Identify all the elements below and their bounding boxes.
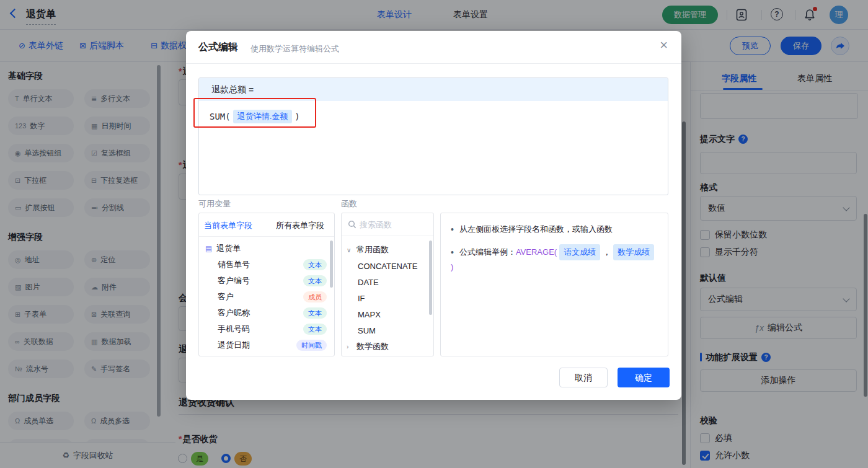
app-window: 退货单 表单设计 表单设置 数据管理 ? 理 ⊘表单外链 ⊠后端脚本 ⊟数据权限… — [0, 0, 868, 468]
type-badge: 文本 — [303, 275, 327, 286]
example-field-chip: 数学成绩 — [613, 244, 654, 260]
form-icon: ▤ — [205, 244, 212, 253]
divider — [186, 63, 681, 64]
bullet-icon: • — [451, 223, 454, 236]
equals-sign: = — [249, 85, 254, 95]
formula-function: SUM( — [210, 112, 231, 121]
modal-subtitle: 使用数学运算符编辑公式 — [250, 43, 339, 55]
function-item[interactable]: DATE — [342, 274, 433, 290]
example-field-chip: 语文成绩 — [559, 244, 600, 260]
tips-panel: •从左侧面板选择字段名和函数，或输入函数 • 公式编辑举例： AVERAGE( … — [440, 213, 668, 356]
functions-caption: 函数 — [341, 198, 357, 210]
formula-target: 退款总额 — [211, 84, 246, 95]
type-badge: 文本 — [303, 324, 327, 335]
tip-line-2: • 公式编辑举例： AVERAGE( 语文成绩 ， 数学成绩 ) — [451, 244, 658, 274]
function-item[interactable]: SUM — [342, 322, 433, 338]
formula-close-paren: ) — [294, 112, 299, 121]
close-icon[interactable]: × — [660, 38, 668, 52]
variable-row[interactable]: 手机号码文本 — [199, 321, 334, 337]
tree-root-form[interactable]: ▤退货单 — [199, 241, 334, 257]
functions-panel: 搜索函数 ∨常用函数 CONCATENATE DATE IF MAPX SUM … — [341, 213, 434, 356]
confirm-button[interactable]: 确定 — [618, 368, 670, 387]
bullet-icon: • — [451, 245, 454, 259]
variable-row[interactable]: 销售单号文本 — [199, 257, 334, 273]
search-icon — [348, 220, 356, 229]
variable-row[interactable]: 客户编号文本 — [199, 273, 334, 289]
variables-scrollbar[interactable] — [330, 241, 333, 288]
formula-expression[interactable]: SUM( 退货详情.金额 ) — [210, 110, 300, 123]
tab-current-form-fields[interactable]: 当前表单字段 — [204, 220, 252, 231]
example-function: AVERAGE( — [516, 245, 557, 259]
variable-row[interactable]: 客户成员 — [199, 289, 334, 305]
formula-editor-modal: 公式编辑 使用数学运算符编辑公式 × 退款总额 = SUM( 退货详情.金额 )… — [186, 31, 681, 400]
example-close-paren: ) — [451, 260, 453, 274]
function-item[interactable]: CONCATENATE — [342, 258, 433, 274]
function-item[interactable]: MAPX — [342, 306, 433, 322]
cancel-button[interactable]: 取消 — [559, 368, 608, 387]
search-placeholder: 搜索函数 — [360, 219, 392, 231]
type-badge: 成员 — [303, 291, 327, 302]
formula-field-chip[interactable]: 退货详情.金额 — [233, 110, 293, 123]
function-group-common[interactable]: ∨常用函数 — [342, 242, 433, 258]
modal-title: 公式编辑 — [198, 41, 238, 54]
tip-line-1: •从左侧面板选择字段名和函数，或输入函数 — [451, 223, 658, 236]
variables-caption: 可用变量 — [198, 198, 231, 210]
tab-all-form-fields[interactable]: 所有表单字段 — [276, 220, 324, 231]
type-badge: 文本 — [303, 259, 327, 270]
function-item[interactable]: IF — [342, 290, 433, 306]
chevron-right-icon: › — [347, 343, 353, 350]
type-badge: 文本 — [303, 307, 327, 319]
formula-target-row: 退款总额 = — [199, 78, 668, 101]
functions-scrollbar[interactable] — [429, 241, 432, 315]
type-badge: 时间戳 — [296, 340, 327, 351]
function-search[interactable]: 搜索函数 — [342, 213, 433, 236]
variable-row[interactable]: 客户昵称文本 — [199, 305, 334, 321]
variables-tabs: 当前表单字段 所有表单字段 — [199, 213, 334, 237]
variable-row[interactable]: 退货日期时间戳 — [199, 337, 334, 353]
formula-editor-box[interactable]: 退款总额 = SUM( 退货详情.金额 ) — [198, 77, 668, 195]
function-group-text[interactable]: ›文本函数 — [342, 352, 433, 356]
variables-panel: 当前表单字段 所有表单字段 ▤退货单 销售单号文本 客户编号文本 客户成员 客户… — [198, 213, 335, 356]
chevron-down-icon: ∨ — [347, 247, 353, 254]
